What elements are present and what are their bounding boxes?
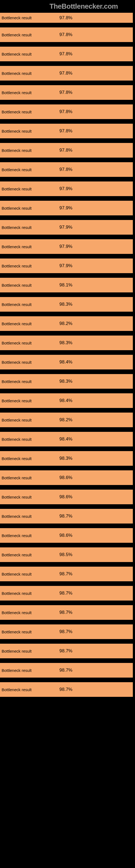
result-label: Bottleneck result: [0, 610, 59, 615]
result-row: Bottleneck result98.7%: [0, 682, 133, 702]
result-row: Bottleneck result97.9%: [0, 182, 133, 201]
result-value: 97.9%: [59, 186, 133, 191]
result-row: Bottleneck result98.6%: [0, 528, 133, 547]
result-value: 98.7%: [59, 629, 133, 634]
result-row: Bottleneck result98.7%: [0, 624, 133, 644]
result-row: Bottleneck result97.8%: [0, 13, 133, 27]
result-value: 97.8%: [59, 167, 133, 172]
result-value: 97.8%: [59, 15, 133, 21]
result-label: Bottleneck result: [0, 341, 59, 345]
result-value: 98.1%: [59, 282, 133, 288]
result-label: Bottleneck result: [0, 572, 59, 577]
result-label: Bottleneck result: [0, 360, 59, 365]
result-label: Bottleneck result: [0, 495, 59, 499]
result-label: Bottleneck result: [0, 283, 59, 287]
result-row: Bottleneck result97.8%: [0, 104, 133, 124]
result-row: Bottleneck result98.6%: [0, 470, 133, 490]
result-row: Bottleneck result97.8%: [0, 162, 133, 182]
result-label: Bottleneck result: [0, 90, 59, 95]
result-value: 98.4%: [59, 398, 133, 403]
result-label: Bottleneck result: [0, 649, 59, 653]
result-value: 97.9%: [59, 244, 133, 249]
result-row: Bottleneck result98.2%: [0, 412, 133, 432]
result-value: 98.3%: [59, 456, 133, 461]
result-label: Bottleneck result: [0, 456, 59, 461]
result-row: Bottleneck result98.4%: [0, 393, 133, 412]
result-label: Bottleneck result: [0, 71, 59, 76]
result-value: 98.5%: [59, 552, 133, 557]
result-label: Bottleneck result: [0, 553, 59, 557]
result-row: Bottleneck result98.7%: [0, 509, 133, 528]
result-label: Bottleneck result: [0, 302, 59, 307]
result-value: 98.4%: [59, 436, 133, 442]
result-value: 97.8%: [59, 90, 133, 95]
result-value: 98.6%: [59, 494, 133, 500]
result-row: Bottleneck result97.8%: [0, 85, 133, 104]
result-row: Bottleneck result97.8%: [0, 27, 133, 46]
result-label: Bottleneck result: [0, 225, 59, 230]
result-label: Bottleneck result: [0, 379, 59, 384]
result-label: Bottleneck result: [0, 321, 59, 326]
result-row: Bottleneck result98.6%: [0, 490, 133, 509]
result-value: 98.4%: [59, 360, 133, 365]
result-row: Bottleneck result97.8%: [0, 66, 133, 85]
result-value: 98.7%: [59, 687, 133, 692]
result-value: 97.8%: [59, 70, 133, 76]
result-value: 98.6%: [59, 475, 133, 480]
result-row: Bottleneck result98.3%: [0, 297, 133, 316]
result-label: Bottleneck result: [0, 399, 59, 403]
result-label: Bottleneck result: [0, 148, 59, 153]
result-label: Bottleneck result: [0, 475, 59, 480]
result-row: Bottleneck result97.9%: [0, 258, 133, 278]
result-value: 98.7%: [59, 610, 133, 615]
result-row: Bottleneck result98.3%: [0, 336, 133, 355]
result-row: Bottleneck result98.7%: [0, 663, 133, 682]
result-value: 98.7%: [59, 571, 133, 577]
result-label: Bottleneck result: [0, 129, 59, 133]
result-row: Bottleneck result98.2%: [0, 316, 133, 336]
result-value: 98.2%: [59, 321, 133, 326]
result-label: Bottleneck result: [0, 110, 59, 114]
result-label: Bottleneck result: [0, 16, 59, 20]
result-label: Bottleneck result: [0, 52, 59, 56]
result-row: Bottleneck result98.1%: [0, 278, 133, 297]
result-label: Bottleneck result: [0, 514, 59, 519]
result-row: Bottleneck result98.3%: [0, 374, 133, 393]
result-row: Bottleneck result98.4%: [0, 355, 133, 374]
site-brand: TheBottlenecker.com: [0, 0, 135, 13]
result-row: Bottleneck result98.4%: [0, 432, 133, 451]
result-row: Bottleneck result97.8%: [0, 46, 133, 66]
result-value: 98.7%: [59, 514, 133, 519]
result-label: Bottleneck result: [0, 167, 59, 172]
result-label: Bottleneck result: [0, 687, 59, 692]
result-value: 98.3%: [59, 302, 133, 307]
result-value: 98.7%: [59, 648, 133, 654]
result-row: Bottleneck result98.7%: [0, 605, 133, 624]
result-row: Bottleneck result97.9%: [0, 220, 133, 239]
result-label: Bottleneck result: [0, 264, 59, 268]
result-row: Bottleneck result98.5%: [0, 547, 133, 567]
result-value: 97.9%: [59, 225, 133, 230]
result-value: 98.3%: [59, 340, 133, 346]
result-value: 97.8%: [59, 51, 133, 57]
result-label: Bottleneck result: [0, 437, 59, 442]
result-row: Bottleneck result97.9%: [0, 201, 133, 220]
result-row: Bottleneck result98.3%: [0, 451, 133, 470]
result-value: 98.7%: [59, 590, 133, 596]
result-label: Bottleneck result: [0, 629, 59, 634]
results-list: Bottleneck result97.8%Bottleneck result9…: [0, 13, 135, 702]
result-label: Bottleneck result: [0, 418, 59, 422]
result-row: Bottleneck result98.7%: [0, 586, 133, 605]
result-row: Bottleneck result97.8%: [0, 143, 133, 162]
result-label: Bottleneck result: [0, 33, 59, 37]
result-row: Bottleneck result97.8%: [0, 124, 133, 143]
result-label: Bottleneck result: [0, 206, 59, 211]
result-value: 97.9%: [59, 263, 133, 269]
result-value: 97.8%: [59, 109, 133, 115]
result-value: 97.8%: [59, 32, 133, 37]
result-label: Bottleneck result: [0, 591, 59, 596]
result-label: Bottleneck result: [0, 668, 59, 673]
result-label: Bottleneck result: [0, 244, 59, 249]
result-label: Bottleneck result: [0, 187, 59, 191]
result-value: 98.2%: [59, 417, 133, 423]
